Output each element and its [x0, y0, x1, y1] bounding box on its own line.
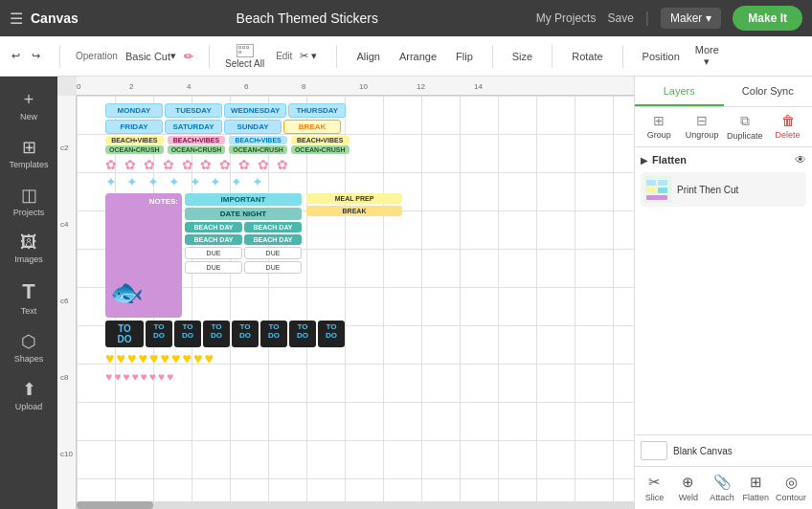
rotate-button[interactable]: Rotate — [568, 49, 606, 64]
important-label: IMPORTANT — [185, 193, 302, 206]
maker-label: Maker — [670, 11, 702, 25]
ruler-mark-14: 14 — [474, 82, 483, 91]
due-3: DUE — [185, 261, 242, 274]
operation-select[interactable]: Basic Cut ▾ — [122, 48, 180, 64]
sidebar-label-shapes: Shapes — [14, 354, 44, 364]
delete-button[interactable]: 🗑 Delete — [767, 111, 808, 143]
operation-group: Operation Basic Cut ▾ ✏ — [76, 48, 193, 64]
thursday-label: THURSDAY — [288, 103, 346, 118]
ruler-mark-0: 0 — [77, 82, 80, 91]
group-button[interactable]: ⊞ Group — [639, 111, 680, 143]
my-projects-link[interactable]: My Projects — [536, 11, 597, 25]
todo-5: TODO — [232, 321, 259, 347]
templates-icon: ⊞ — [22, 137, 36, 158]
sidebar-label-templates: Templates — [9, 160, 48, 169]
position-button[interactable]: Position — [639, 49, 684, 64]
heart-yellow-8: ♥ — [183, 350, 192, 367]
images-icon: 🖼 — [20, 232, 37, 253]
notes-section: NOTES: 🐟 IMPORTANT DATE NIGHT BEACH DAY … — [105, 193, 634, 318]
due-4: DUE — [244, 261, 302, 274]
ruler-mark-10: 10 — [359, 82, 368, 91]
sidebar-item-new[interactable]: + New — [0, 84, 57, 127]
heart-pink-5: ♥ — [141, 370, 147, 384]
contour-button[interactable]: ◎ Contour — [774, 471, 808, 505]
align-button[interactable]: Align — [352, 49, 383, 64]
banner-2: BEACH•VIBES OCEAN•CRUSH — [168, 136, 226, 154]
more-chevron-icon: ▾ — [704, 55, 710, 68]
edit-button[interactable]: ✂ ▾ — [296, 48, 321, 64]
attach-button[interactable]: 📎 Attach — [707, 471, 738, 505]
arrange-button[interactable]: Arrange — [395, 49, 440, 64]
sidebar-item-templates[interactable]: ⊞ Templates — [0, 131, 57, 175]
saturday-label: SATURDAY — [165, 120, 222, 134]
wednesday-label: WEDNESDAY — [224, 103, 286, 118]
ruler-left: c2 c4 c6 c8 c10 — [57, 96, 77, 509]
heart-yellow-4: ♥ — [139, 350, 148, 367]
more-button[interactable]: More ▾ — [695, 44, 719, 68]
beach-vibes-1: BEACH•VIBES — [105, 136, 164, 144]
heart-yellow-1: ♥ — [105, 350, 115, 367]
beach-day-row-1: BEACH DAY BEACH DAY — [185, 222, 302, 232]
days-row-1: MONDAY TUESDAY WEDNESDAY THURSDAY — [105, 103, 634, 118]
canvas-scrollbar[interactable] — [77, 501, 634, 509]
ruler-left-c2: c2 — [60, 144, 68, 152]
duplicate-button[interactable]: ⧉ Duplicate — [725, 111, 766, 143]
top-bar: ☰ Canvas Beach Themed Stickers My Projec… — [0, 0, 812, 36]
banner-4: BEACH•VIBES OCEAN•CRUSH — [291, 136, 350, 154]
sidebar-item-images[interactable]: 🖼 Images — [0, 227, 57, 270]
blank-canvas-thumbnail — [641, 441, 667, 460]
todo-8: TODO — [318, 321, 345, 347]
sidebar-item-shapes[interactable]: ⬡ Shapes — [0, 325, 57, 369]
redo-button[interactable]: ↪ — [28, 48, 44, 64]
weld-button[interactable]: ⊕ Weld — [672, 471, 704, 505]
ruler-mark-6: 6 — [244, 82, 248, 91]
top-bar-left: ☰ Canvas — [10, 10, 79, 28]
make-it-button[interactable]: Make It — [733, 6, 802, 31]
sidebar-item-upload[interactable]: ⬆ Upload — [0, 373, 57, 417]
visibility-icon[interactable]: 👁 — [795, 153, 806, 166]
edit-pen-icon: ✏ — [184, 50, 193, 63]
flatten-title: Flatten — [652, 154, 791, 166]
sidebar-item-text[interactable]: T Text — [0, 274, 57, 321]
ocean-crush-4: OCEAN•CRUSH — [291, 145, 350, 154]
beach-day-2: BEACH DAY — [244, 222, 302, 232]
todo-6: TODO — [260, 321, 287, 347]
ungroup-button[interactable]: ⊟ Ungroup — [682, 111, 723, 143]
size-button[interactable]: Size — [508, 49, 536, 64]
save-button[interactable]: Save — [607, 11, 633, 25]
heart-pink-6: ♥ — [149, 370, 156, 384]
ruler-left-c8: c8 — [60, 373, 68, 382]
undo-button[interactable]: ↩ — [8, 48, 24, 64]
flatten-section: ▶ Flatten 👁 Print Then Cut — [635, 147, 812, 212]
ruler-mark-2: 2 — [129, 82, 133, 91]
shapes-icon: ⬡ — [21, 331, 36, 352]
heart-yellow-2: ♥ — [117, 350, 126, 367]
canvas-area[interactable]: 0 2 4 6 8 10 12 14 c2 c4 c6 c8 c10 MOND — [57, 77, 634, 509]
heart-yellow-7: ♥ — [171, 350, 181, 367]
maker-chevron-icon: ▾ — [706, 11, 711, 25]
slice-button[interactable]: ✂ Slice — [639, 471, 670, 505]
canvas-grid[interactable]: MONDAY TUESDAY WEDNESDAY THURSDAY FRIDAY… — [77, 96, 634, 509]
todo-7: TODO — [289, 321, 316, 347]
layer-item[interactable]: Print Then Cut — [641, 172, 806, 207]
layer-thumbnail-svg — [644, 176, 671, 203]
todo-4: TODO — [203, 321, 230, 347]
heart-pink-7: ♥ — [158, 370, 165, 384]
sidebar-item-projects[interactable]: ◫ Projects — [0, 179, 57, 223]
flatten-button[interactable]: ⊞ Flatten — [740, 471, 772, 505]
flip-button[interactable]: Flip — [452, 49, 477, 64]
notes-box: NOTES: 🐟 — [105, 193, 182, 318]
toolbar-separator-1 — [59, 45, 60, 68]
right-panel: Layers Color Sync ⊞ Group ⊟ Ungroup ⧉ Du… — [634, 77, 812, 509]
tab-color-sync[interactable]: Color Sync — [724, 77, 813, 106]
left-sidebar: + New ⊞ Templates ◫ Projects 🖼 Images T … — [0, 77, 57, 509]
tab-layers[interactable]: Layers — [635, 77, 724, 106]
hamburger-icon[interactable]: ☰ — [10, 10, 23, 28]
ruler-top: 0 2 4 6 8 10 12 14 — [77, 77, 634, 96]
monday-label: MONDAY — [105, 103, 163, 118]
maker-button[interactable]: Maker ▾ — [661, 8, 721, 29]
select-all-button[interactable]: Select All — [225, 44, 264, 69]
important-section: IMPORTANT DATE NIGHT BEACH DAY BEACH DAY… — [185, 193, 302, 318]
blank-canvas-row[interactable]: Blank Canvas — [635, 435, 812, 466]
heart-yellow-3: ♥ — [127, 350, 137, 367]
